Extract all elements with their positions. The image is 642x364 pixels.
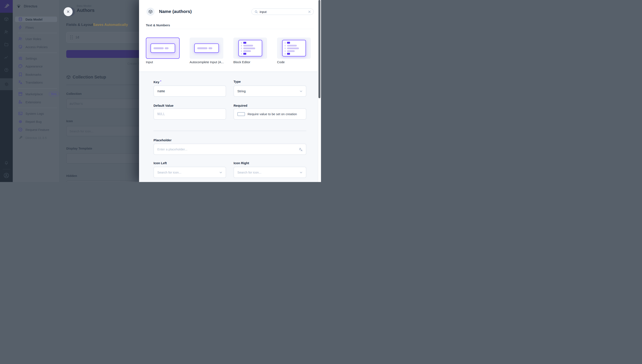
list-preview-icon	[238, 40, 262, 56]
data-model-page: Data Model Authors Fields & Layout Saves…	[60, 0, 151, 182]
sidebar-item-user-roles[interactable]: User Roles	[15, 36, 57, 42]
sidebar-item-flows[interactable]: Flows	[15, 24, 57, 30]
required-field[interactable]: Require value to be set on creation	[233, 108, 306, 120]
section-title: Collection Setup	[73, 75, 106, 80]
list-preview-icon	[282, 40, 306, 56]
required-checkbox[interactable]	[237, 112, 245, 116]
chevron-down-icon	[299, 89, 303, 93]
autosave-note: Saves Automatically	[93, 23, 128, 27]
icon-input[interactable]	[66, 126, 149, 136]
interface-search[interactable]	[251, 8, 314, 15]
icon-right-select[interactable]: Search for icon...	[233, 167, 306, 178]
sidebar-item-appearance[interactable]: Appearance	[15, 64, 57, 69]
bookmark-icon	[18, 72, 23, 77]
display-template-label: Display Template	[66, 146, 92, 150]
sidebar-item-label: Translations	[26, 80, 43, 84]
field-config-drawer: Name (authors) Text & Numbers	[139, 0, 321, 182]
translate-icon[interactable]	[299, 148, 303, 152]
display-template-input[interactable]	[66, 153, 149, 164]
settings-module-active-cell[interactable]	[0, 78, 13, 90]
bell-icon[interactable]	[4, 160, 9, 165]
sidebar-item-label: Access Policies	[26, 45, 48, 49]
interface-card-autocomplete[interactable]	[190, 38, 223, 59]
nav-divider	[18, 52, 57, 53]
field-key-label: id	[75, 36, 79, 39]
placeholder-input[interactable]	[154, 144, 306, 154]
hidden-label: Hidden	[66, 174, 77, 178]
sidebar-item-label: System Logs	[26, 112, 44, 116]
required-label: Required	[233, 104, 247, 107]
module-bar-divider	[3, 169, 10, 169]
sidebar-item-bookmarks[interactable]: Bookmarks	[15, 72, 57, 77]
icon-right-placeholder: Search for icon...	[237, 170, 261, 174]
chevron-down-icon	[299, 170, 303, 174]
sidebar-item-marketplace[interactable]: Marketplace Beta	[15, 91, 57, 97]
chevron-down-icon	[219, 170, 223, 174]
module-bar	[0, 0, 13, 182]
placeholder-field[interactable]	[153, 144, 306, 155]
interface-label-code: Code	[277, 60, 285, 64]
create-field-button[interactable]	[66, 50, 149, 58]
sidebar-item-translations[interactable]: Translations	[15, 80, 57, 85]
sidebar-item-label: Flows	[26, 26, 34, 29]
field-row-id[interactable]: id	[66, 32, 149, 43]
key-input[interactable]	[154, 86, 226, 96]
type-value: String	[237, 89, 246, 93]
interface-card-input[interactable]	[146, 38, 180, 59]
default-value-input[interactable]	[154, 109, 226, 119]
directus-rabbit-small-icon	[18, 135, 23, 140]
connection-status-icon	[13, 4, 21, 9]
files-module-folder-icon[interactable]	[4, 42, 9, 47]
app-version: Directus 11.3.5	[26, 136, 47, 140]
insights-module-icon[interactable]	[4, 55, 9, 60]
sidebar-item-access-policies[interactable]: Access Policies	[15, 44, 57, 50]
icon-label: Icon	[66, 119, 73, 123]
sidebar-item-data-model[interactable]: Data Model	[15, 16, 57, 22]
input-preview-icon	[194, 44, 219, 53]
drag-handle-icon[interactable]	[70, 36, 73, 39]
sidebar-item-label: Request Feature	[26, 128, 49, 132]
directus-logo-button[interactable]	[0, 0, 13, 13]
sidebar-item-label: Appearance	[26, 64, 43, 68]
key-field[interactable]	[153, 86, 226, 97]
default-value-field[interactable]	[153, 108, 226, 120]
translate-icon	[18, 80, 23, 85]
scrollbar-thumb[interactable]	[318, 0, 320, 98]
sidebar-item-label: Bookmarks	[26, 73, 41, 76]
breadcrumb[interactable]: Data Model	[77, 4, 91, 8]
collection-input[interactable]	[66, 99, 149, 109]
interface-label-input: Input	[146, 60, 153, 64]
sidebar-item-report-bug[interactable]: Report Bug	[15, 119, 57, 124]
content-module-box-icon[interactable]	[4, 17, 9, 22]
icon-left-label: Icon Left	[153, 161, 167, 165]
palette-icon	[18, 64, 23, 68]
account-avatar-icon[interactable]	[3, 172, 10, 178]
verified-icon	[18, 127, 23, 132]
directus-app: Directus Data Model Flows User Roles Acc…	[0, 0, 321, 182]
sidebar-item-label: Marketplace	[26, 92, 43, 96]
icon-left-select[interactable]: Search for icon...	[153, 167, 226, 178]
sidebar-item-extensions[interactable]: Extensions	[15, 99, 57, 105]
users-module-icon[interactable]	[4, 30, 9, 34]
hidden-input[interactable]	[66, 181, 149, 182]
default-value-label: Default Value	[153, 104, 173, 107]
sidebar-item-request-feature[interactable]: Request Feature	[15, 127, 57, 132]
help-module-icon[interactable]	[4, 68, 9, 72]
form-divider	[153, 131, 306, 131]
interface-card-code[interactable]	[277, 38, 311, 59]
sidebar-item-system-logs[interactable]: System Logs	[15, 111, 57, 116]
input-preview-icon	[151, 44, 175, 53]
close-drawer-button[interactable]	[64, 7, 73, 16]
search-input[interactable]	[260, 10, 304, 14]
database-icon	[18, 17, 23, 22]
users-icon	[18, 36, 23, 41]
type-select[interactable]: String	[233, 86, 306, 97]
key-label: Key*	[153, 80, 161, 84]
sidebar-item-label: Report Bug	[26, 120, 42, 124]
clear-search-icon[interactable]	[308, 10, 311, 14]
interface-card-block-editor[interactable]	[233, 38, 267, 59]
collection-setup-heading: Collection Setup	[66, 75, 106, 80]
directus-rabbit-logo-icon	[3, 3, 10, 10]
sidebar-item-settings[interactable]: Settings	[15, 56, 57, 61]
project-header[interactable]: Directus	[13, 0, 60, 13]
